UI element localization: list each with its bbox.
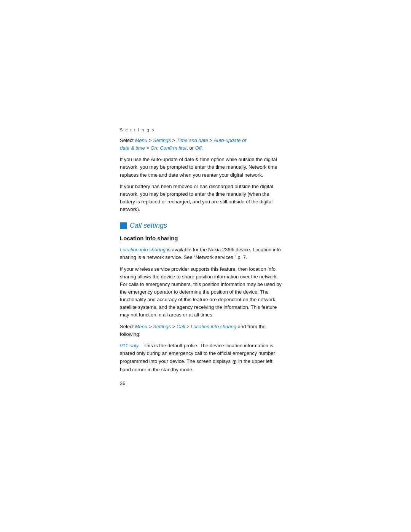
- call-settings-title: Call settings: [130, 222, 167, 230]
- menu-link-2[interactable]: Menu: [135, 324, 148, 329]
- auto-update-paragraph: If you use the Auto-update of date & tim…: [120, 156, 284, 179]
- page-number: 36: [120, 380, 284, 386]
- intro-paragraph: Location info sharing is available for t…: [120, 246, 284, 261]
- 911-only-link[interactable]: 911 only: [120, 343, 139, 348]
- location-info-sharing-section: Location info sharing Location info shar…: [120, 235, 284, 374]
- on-link[interactable]: On: [151, 145, 157, 151]
- page: S e t t i n g s Select Menu > Settings >…: [0, 0, 411, 532]
- content-area: S e t t i n g s Select Menu > Settings >…: [120, 128, 284, 386]
- subsection-title: Location info sharing: [120, 235, 284, 241]
- confirm-first-link[interactable]: Confirm first: [160, 145, 186, 151]
- settings-link-2[interactable]: Settings: [153, 324, 171, 329]
- wireless-paragraph: If your wireless service provider suppor…: [120, 265, 284, 319]
- location-info-sharing-link-intro[interactable]: Location info sharing: [120, 247, 166, 252]
- select-paragraph: Select Menu > Settings > Call > Location…: [120, 323, 284, 338]
- battery-paragraph: If your battery has been removed or has …: [120, 183, 284, 214]
- section-label: S e t t i n g s: [120, 128, 284, 132]
- crosshair-icon: ⊕: [232, 357, 237, 366]
- top-nav-paragraph: Select Menu > Settings > Time and date >…: [120, 137, 284, 152]
- call-link[interactable]: Call: [177, 324, 185, 329]
- blue-square-icon: [120, 222, 127, 229]
- off-link[interactable]: Off.: [195, 145, 203, 151]
- settings-link[interactable]: Settings: [153, 137, 171, 143]
- menu-link[interactable]: Menu: [135, 137, 148, 143]
- time-date-link[interactable]: Time and date: [177, 137, 208, 143]
- call-settings-header: Call settings: [120, 222, 284, 230]
- location-sharing-link[interactable]: Location info sharing: [191, 324, 236, 329]
- option-911-paragraph: 911 only—This is the default profile. Th…: [120, 342, 284, 374]
